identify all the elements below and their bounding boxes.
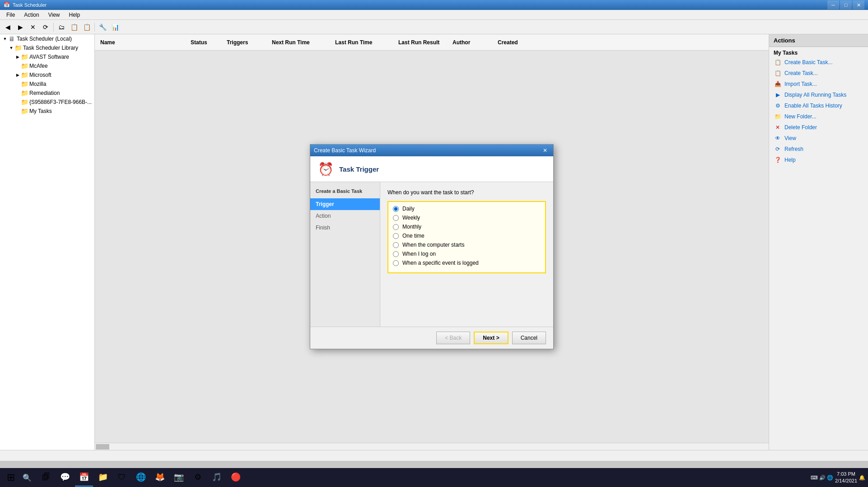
expand-icon	[14, 108, 21, 114]
menu-action[interactable]: Action	[19, 10, 43, 20]
taskbar-firefox[interactable]: 🦊	[151, 468, 169, 487]
radio-weekly[interactable]	[393, 215, 399, 221]
taskbar-chat[interactable]: 💬	[56, 468, 74, 487]
action-view-label: View	[784, 135, 796, 141]
content-area: Name Status Triggers Next Run Time Last …	[95, 34, 769, 450]
col-name[interactable]: Name	[97, 39, 187, 46]
right-panel-section-mytasks: My Tasks	[769, 47, 868, 57]
toolbar-btn-1[interactable]: 🗂	[56, 21, 67, 33]
option-logon[interactable]: When I log on	[393, 251, 541, 257]
toolbar-back[interactable]: ◀	[2, 21, 14, 33]
sidebar-item-microsoft[interactable]: ▶ 📁 Microsoft	[0, 70, 94, 80]
sidebar-item-remediation[interactable]: 📁 Remediation	[0, 89, 94, 98]
col-author[interactable]: Author	[449, 39, 494, 46]
option-onetime-label: One time	[402, 233, 425, 239]
taskbar-camera[interactable]: 📷	[170, 468, 188, 487]
taskbar-explorer[interactable]: 📁	[94, 468, 112, 487]
option-onetime[interactable]: One time	[393, 233, 541, 239]
taskbar-taskscheduler[interactable]: 📅	[75, 468, 93, 487]
action-refresh[interactable]: ⟳ Refresh	[769, 144, 868, 155]
tray-icons: ⌨ 🔊 🌐	[811, 475, 833, 481]
radio-onetime[interactable]	[393, 233, 399, 239]
dialog-footer: < Back Next > Cancel	[310, 327, 553, 349]
toolbar-forward[interactable]: ▶	[14, 21, 26, 33]
toolbar-sep-2	[94, 23, 95, 32]
sidebar-item-mytasks[interactable]: 📁 My Tasks	[0, 107, 94, 116]
option-event-label: When a specific event is logged	[402, 260, 479, 266]
toolbar-btn-5[interactable]: 📊	[109, 21, 121, 33]
radio-event[interactable]	[393, 260, 399, 266]
dialog-steps: Create a Basic Task Trigger Action Finis…	[310, 182, 380, 327]
sidebar-item-mcafee[interactable]: 📁 McAfee	[0, 61, 94, 70]
taskbar-music[interactable]: 🎵	[208, 468, 226, 487]
menu-view[interactable]: View	[44, 10, 65, 20]
sidebar-item-library[interactable]: ▼ 📁 Task Scheduler Library	[0, 43, 94, 52]
radio-daily[interactable]	[393, 206, 399, 212]
maximize-button[interactable]: □	[840, 0, 852, 9]
col-triggers[interactable]: Triggers	[223, 39, 268, 46]
option-startup[interactable]: When the computer starts	[393, 242, 541, 248]
taskbar-security[interactable]: 🛡	[113, 468, 131, 487]
action-new-folder[interactable]: 📁 New Folder...	[769, 111, 868, 122]
back-button[interactable]: < Back	[436, 332, 470, 344]
notification-icon[interactable]: 🔔	[859, 475, 865, 481]
taskbar-search[interactable]: 🔍	[19, 469, 35, 486]
action-import-task[interactable]: 📥 Import Task...	[769, 79, 868, 89]
sidebar-item-root[interactable]: ▼ 🖥 Task Scheduler (Local)	[0, 34, 94, 43]
col-status[interactable]: Status	[187, 39, 223, 46]
menu-file[interactable]: File	[2, 10, 19, 20]
cancel-button[interactable]: Cancel	[512, 332, 546, 344]
toolbar-stop[interactable]: ✕	[27, 21, 39, 33]
create-task-icon: 📋	[774, 69, 782, 77]
expand-icon	[14, 90, 21, 96]
next-button[interactable]: Next >	[474, 332, 508, 344]
scrollbar-thumb[interactable]	[96, 444, 109, 450]
option-weekly[interactable]: Weekly	[393, 215, 541, 221]
taskbar-settings[interactable]: ⚙	[189, 468, 207, 487]
expand-icon: ▼	[2, 36, 8, 42]
toolbar-btn-4[interactable]: 🔧	[97, 21, 108, 33]
col-created[interactable]: Created	[494, 39, 548, 46]
col-next-run[interactable]: Next Run Time	[268, 39, 331, 46]
close-button[interactable]: ✕	[853, 0, 864, 9]
action-view[interactable]: 👁 View	[769, 133, 868, 144]
col-last-result[interactable]: Last Run Result	[395, 39, 449, 46]
action-display-running[interactable]: ▶ Display All Running Tasks	[769, 89, 868, 100]
taskbar-tray: ⌨ 🔊 🌐 7:03 PM 2/14/2021 🔔	[811, 471, 865, 485]
radio-startup[interactable]	[393, 242, 399, 248]
radio-logon[interactable]	[393, 251, 399, 257]
toolbar-btn-2[interactable]: 📋	[68, 21, 80, 33]
expand-icon: ▶	[14, 54, 21, 60]
radio-monthly[interactable]	[393, 224, 399, 230]
col-last-run[interactable]: Last Run Time	[331, 39, 395, 46]
option-daily[interactable]: Daily	[393, 206, 541, 212]
import-task-icon: 📥	[774, 80, 782, 88]
taskbar-tasklist[interactable]: 🗐	[37, 468, 55, 487]
action-enable-history[interactable]: ⚙ Enable All Tasks History	[769, 100, 868, 111]
option-monthly[interactable]: Monthly	[393, 224, 541, 230]
sidebar-item-guid[interactable]: 📁 {S95886F3-7FE8-966B-...	[0, 98, 94, 107]
action-create-basic-task[interactable]: 📋 Create Basic Task...	[769, 57, 868, 68]
menu-help[interactable]: Help	[65, 10, 85, 20]
start-button[interactable]: ⊞	[3, 469, 19, 486]
date-display: 2/14/2021	[835, 478, 857, 484]
sidebar-item-mozilla[interactable]: 📁 Mozilla	[0, 80, 94, 89]
sidebar-item-avast[interactable]: ▶ 📁 AVAST Software	[0, 52, 94, 61]
taskbar-time: 7:03 PM 2/14/2021	[835, 471, 857, 485]
action-create-task-label: Create Task...	[784, 70, 818, 76]
action-create-task[interactable]: 📋 Create Task...	[769, 68, 868, 79]
minimize-button[interactable]: ─	[827, 0, 839, 9]
action-delete-folder[interactable]: ✕ Delete Folder	[769, 122, 868, 133]
title-bar-text: Task Scheduler	[13, 2, 47, 8]
taskbar-app-red[interactable]: 🔴	[227, 468, 245, 487]
expand-icon: ▼	[8, 45, 14, 51]
dialog-close-button[interactable]: ✕	[541, 146, 550, 155]
sidebar-microsoft-label: Microsoft	[29, 72, 51, 78]
toolbar-refresh[interactable]: ⟳	[40, 21, 51, 33]
dialog-step-trigger: Trigger	[310, 198, 380, 210]
taskbar-edge[interactable]: 🌐	[132, 468, 150, 487]
horizontal-scrollbar[interactable]	[95, 443, 769, 450]
option-event[interactable]: When a specific event is logged	[393, 260, 541, 266]
toolbar-btn-3[interactable]: 📋	[81, 21, 93, 33]
action-help[interactable]: ❓ Help	[769, 155, 868, 165]
